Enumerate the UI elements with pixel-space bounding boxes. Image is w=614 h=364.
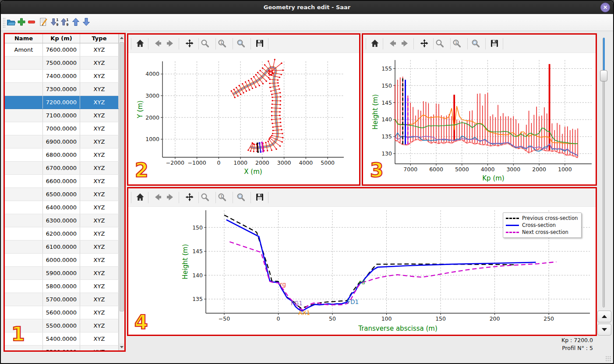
forward-button[interactable]: [399, 38, 411, 50]
table-row[interactable]: 7300.0000XYZ: [5, 83, 119, 96]
cell-kp[interactable]: 6900.0000: [43, 135, 80, 148]
cell-type[interactable]: XYZ: [80, 267, 119, 279]
cell-kp[interactable]: 6400.0000: [43, 201, 80, 214]
cell-name[interactable]: [5, 306, 43, 319]
profile-up-button[interactable]: [597, 311, 611, 322]
cell-kp[interactable]: 6800.0000: [43, 148, 80, 161]
table-row[interactable]: 6200.0000XYZ: [5, 227, 119, 240]
cell-type[interactable]: XYZ: [80, 43, 119, 56]
zoom-button[interactable]: [199, 191, 211, 204]
table-row[interactable]: 6900.0000XYZ: [5, 135, 119, 148]
scrollbar-thumb[interactable]: [120, 42, 124, 311]
table-row[interactable]: 6600.0000XYZ: [5, 175, 119, 188]
cell-name[interactable]: [5, 201, 43, 214]
cell-kp[interactable]: 5300.0000: [43, 346, 80, 350]
open-file-button[interactable]: [5, 17, 17, 28]
cell-kp[interactable]: 7100.0000: [43, 109, 80, 122]
zoom-button[interactable]: [434, 38, 446, 50]
cell-name[interactable]: [5, 96, 43, 109]
cell-type[interactable]: XYZ: [80, 122, 119, 135]
cell-name[interactable]: [5, 214, 43, 227]
table-row[interactable]: 7500.0000XYZ: [5, 57, 119, 70]
zoom-region-button[interactable]: [235, 38, 247, 50]
plan-view-plot[interactable]: −2000−1000010002000300040005000100020003…: [128, 53, 359, 184]
save-button[interactable]: [254, 191, 266, 204]
cell-kp[interactable]: 6300.0000: [43, 214, 80, 227]
cell-kp[interactable]: 6200.0000: [43, 227, 80, 240]
cell-name[interactable]: [5, 57, 43, 69]
table-row[interactable]: 6700.0000XYZ: [5, 162, 119, 175]
cell-name[interactable]: [5, 280, 43, 293]
back-button[interactable]: [386, 38, 399, 50]
cell-kp[interactable]: 7000.0000: [43, 122, 80, 135]
cell-kp[interactable]: 7600.0000: [43, 43, 80, 56]
cell-type[interactable]: XYZ: [80, 162, 119, 174]
table-row[interactable]: 7200.0000XYZ: [5, 96, 119, 109]
scroll-down-button[interactable]: [119, 343, 124, 350]
cell-type[interactable]: XYZ: [80, 319, 119, 332]
cell-kp[interactable]: 7300.0000: [43, 83, 80, 95]
save-button[interactable]: [254, 38, 266, 50]
cell-type[interactable]: XYZ: [80, 201, 119, 214]
home-button[interactable]: [134, 38, 146, 50]
sort-ascending-button[interactable]: 19: [59, 17, 71, 28]
home-button[interactable]: [369, 38, 381, 50]
cell-kp[interactable]: 6000.0000: [43, 254, 80, 266]
home-button[interactable]: [134, 191, 146, 204]
cell-kp[interactable]: 5700.0000: [43, 293, 80, 306]
cell-name[interactable]: Amont: [5, 43, 43, 56]
table-row[interactable]: 5900.0000XYZ: [5, 267, 119, 280]
zoom-button[interactable]: [199, 38, 211, 50]
cell-type[interactable]: XYZ: [80, 135, 119, 148]
cell-type[interactable]: XYZ: [80, 332, 119, 345]
cell-name[interactable]: [5, 346, 43, 350]
remove-row-button[interactable]: [26, 17, 37, 28]
cell-type[interactable]: XYZ: [80, 214, 119, 227]
cell-type[interactable]: XYZ: [80, 240, 119, 253]
table-row[interactable]: Amont7600.0000XYZ: [5, 43, 119, 57]
cell-name[interactable]: [5, 135, 43, 148]
cell-type[interactable]: XYZ: [80, 254, 119, 266]
table-row[interactable]: 6300.0000XYZ: [5, 214, 119, 227]
cell-type[interactable]: XYZ: [80, 188, 119, 201]
back-button[interactable]: [152, 191, 164, 204]
cell-kp[interactable]: 7500.0000: [43, 57, 80, 69]
cell-name[interactable]: [5, 148, 43, 161]
cell-kp[interactable]: 7200.0000: [43, 96, 80, 109]
profile-slider-handle[interactable]: [600, 70, 607, 81]
table-row[interactable]: 7400.0000XYZ: [5, 70, 119, 83]
cell-name[interactable]: [5, 227, 43, 240]
cell-type[interactable]: XYZ: [80, 148, 119, 161]
cell-type[interactable]: XYZ: [80, 175, 119, 187]
cell-type[interactable]: XYZ: [80, 293, 119, 306]
table-row[interactable]: 6100.0000XYZ: [5, 240, 119, 254]
cell-kp[interactable]: 5900.0000: [43, 267, 80, 279]
move-up-button[interactable]: [70, 17, 81, 28]
table-row[interactable]: 6800.0000XYZ: [5, 148, 119, 162]
cell-type[interactable]: XYZ: [80, 96, 119, 109]
forward-button[interactable]: [164, 191, 176, 204]
cell-name[interactable]: [5, 188, 43, 201]
cell-name[interactable]: [5, 240, 43, 253]
cell-kp[interactable]: 7400.0000: [43, 70, 80, 82]
cell-name[interactable]: [5, 122, 43, 135]
cell-kp[interactable]: 6600.0000: [43, 175, 80, 187]
table-row[interactable]: 6000.0000XYZ: [5, 254, 119, 267]
cell-kp[interactable]: 6100.0000: [43, 240, 80, 253]
cell-type[interactable]: XYZ: [80, 70, 119, 82]
cell-name[interactable]: [5, 175, 43, 187]
table-row[interactable]: 5700.0000XYZ: [5, 293, 119, 306]
cell-kp[interactable]: 5600.0000: [43, 306, 80, 319]
zoom-in-out-button[interactable]: 1: [216, 38, 228, 50]
cell-name[interactable]: [5, 70, 43, 82]
profile-down-button[interactable]: [597, 324, 611, 336]
cell-type[interactable]: XYZ: [80, 83, 119, 95]
zoom-region-button[interactable]: [469, 38, 482, 50]
table-row[interactable]: 6500.0000XYZ: [5, 188, 119, 201]
cell-type[interactable]: XYZ: [80, 109, 119, 122]
table-row[interactable]: 5600.0000XYZ: [5, 306, 119, 319]
table-row[interactable]: 5300.0000XYZ: [5, 346, 119, 350]
cell-kp[interactable]: 6700.0000: [43, 162, 80, 174]
cell-name[interactable]: [5, 83, 43, 95]
close-button[interactable]: ✕: [600, 3, 610, 12]
